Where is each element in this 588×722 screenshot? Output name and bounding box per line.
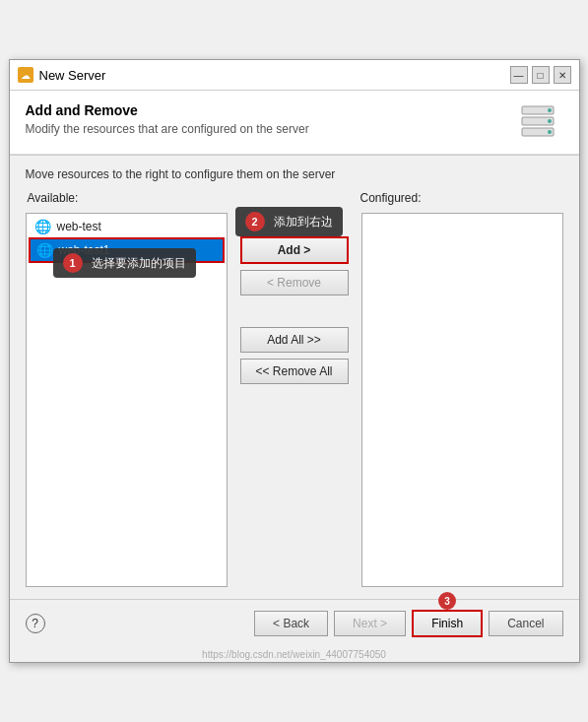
header-area: Add and Remove Modify the resources that…	[10, 91, 579, 155]
tooltip1-text: 选择要添加的项目	[92, 255, 186, 272]
available-label: Available:	[28, 191, 230, 205]
page-subtitle: Modify the resources that are configured…	[26, 122, 309, 136]
title-bar: ☁ New Server — □ ✕	[10, 60, 579, 91]
configured-panel	[361, 213, 563, 587]
main-window: ☁ New Server — □ ✕ Add and Remove Modify…	[9, 59, 580, 663]
middle-controls: 2 添加到右边 Add > < Remove Add All >> << Rem…	[235, 213, 354, 384]
help-button[interactable]: ?	[26, 614, 45, 633]
main-content: Move resources to the right to configure…	[10, 156, 579, 599]
item-icon: 🌐	[34, 219, 51, 234]
step2-badge: 2	[245, 212, 265, 231]
window-icon: ☁	[18, 67, 33, 83]
instruction-text: Move resources to the right to configure…	[26, 167, 563, 181]
minimize-button[interactable]: —	[510, 66, 528, 84]
item-icon-selected: 🌐	[36, 242, 53, 258]
maximize-button[interactable]: □	[532, 66, 550, 84]
window-title: New Server	[39, 68, 504, 83]
tooltip2-text: 添加到右边	[274, 214, 333, 230]
list-item[interactable]: 🌐 web-test	[29, 216, 225, 237]
configured-label: Configured:	[360, 191, 563, 205]
step1-badge: 1	[63, 253, 83, 273]
finish-button[interactable]: Finish	[412, 610, 483, 637]
title-bar-controls: — □ ✕	[510, 66, 571, 84]
panels-wrapper: 🌐 web-test 🌐 web-test1 2 添加到右边	[26, 213, 563, 587]
remove-button[interactable]: < Remove	[240, 270, 349, 295]
server-icon-svg	[520, 104, 559, 140]
tooltip-step2: 2 添加到右边	[235, 207, 343, 236]
svg-point-3	[548, 108, 552, 112]
finish-badge: 3	[438, 592, 456, 610]
footer-left: ?	[26, 614, 45, 633]
footer: ? < Back Next > 3 Finish Cancel	[10, 599, 579, 647]
page-title: Add and Remove	[26, 102, 309, 118]
next-button[interactable]: Next >	[334, 611, 406, 636]
header-text: Add and Remove Modify the resources that…	[26, 102, 309, 136]
watermark: https://blog.csdn.net/weixin_44007754050	[10, 647, 579, 662]
svg-point-5	[548, 130, 552, 134]
add-all-button[interactable]: Add All >>	[240, 327, 349, 353]
cancel-button[interactable]: Cancel	[489, 611, 562, 636]
header-icon	[516, 102, 563, 142]
svg-point-4	[548, 119, 552, 123]
add-button[interactable]: Add >	[240, 236, 349, 264]
finish-button-wrap: 3 Finish	[412, 610, 483, 637]
configured-list[interactable]	[361, 213, 563, 587]
remove-all-button[interactable]: << Remove All	[240, 359, 349, 384]
close-button[interactable]: ✕	[554, 66, 571, 84]
tooltip-step1: 1 选择要添加的项目	[53, 248, 196, 278]
footer-buttons: < Back Next > 3 Finish Cancel	[254, 610, 562, 637]
back-button[interactable]: < Back	[254, 611, 328, 636]
